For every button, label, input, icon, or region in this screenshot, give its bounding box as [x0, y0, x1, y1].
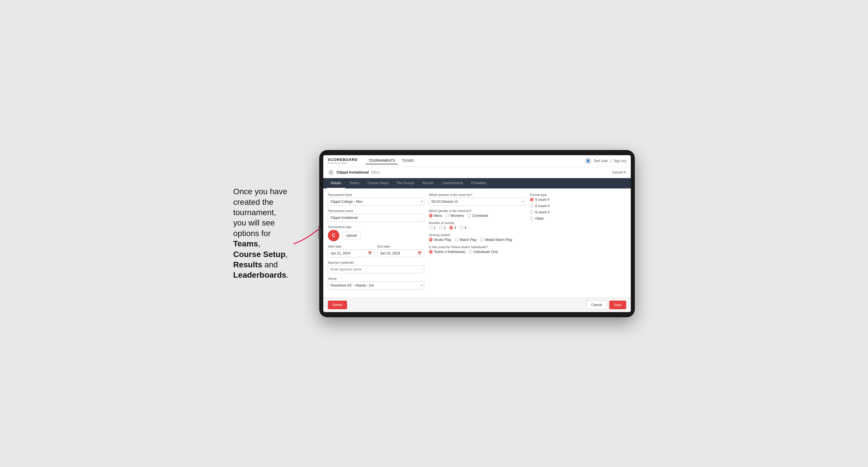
upload-button[interactable]: Upload	[342, 232, 361, 239]
individuals-teams-radio[interactable]	[429, 250, 433, 254]
format-6count4-radio[interactable]	[530, 204, 533, 208]
gender-womens[interactable]: Womens	[445, 214, 464, 218]
sponsor-label: Sponsor (optional)	[328, 261, 424, 264]
venue-group: Venue Peachtree GC - Atlanta - GA	[328, 277, 424, 289]
individuals-teams-label: Teams (+Individuals)	[434, 250, 465, 254]
tournament-name-group: Tournament name Clippd Invitational	[328, 209, 424, 222]
scoring-medal[interactable]: Medal Match Play	[480, 238, 512, 242]
cancel-button[interactable]: Cancel	[586, 301, 607, 309]
gender-womens-radio[interactable]	[445, 214, 449, 217]
individuals-only-radio[interactable]	[469, 250, 472, 254]
app-logo: SCOREBOARD	[328, 157, 358, 162]
tab-leaderboards[interactable]: Leaderboards	[438, 178, 467, 188]
date-row: Start date Jan 21, 2024 📅 End date Jan 2…	[328, 245, 424, 257]
division-label: Which division is the event for?	[429, 193, 525, 196]
scoring-match[interactable]: Match Play	[455, 238, 476, 242]
venue-input[interactable]: Peachtree GC - Atlanta - GA	[328, 281, 424, 289]
gender-group: Which gender is the event for? Mens Wome…	[429, 209, 525, 218]
tournament-host-input[interactable]: Clippd College - Men	[328, 198, 424, 206]
gender-combined[interactable]: Combined	[467, 214, 488, 218]
form-col-1: Tournament Host Clippd College - Men Tou…	[328, 193, 424, 293]
bold-course-setup: Course Setup	[233, 250, 285, 259]
tournament-icon: C	[328, 169, 334, 176]
gender-mens[interactable]: Mens	[429, 214, 442, 218]
format-6count4-label: 6 count 4	[535, 204, 549, 208]
format-6count5-label: 6 count 5	[535, 210, 549, 214]
scoring-stroke-label: Stroke Play	[434, 238, 451, 242]
rounds-3[interactable]: 3	[449, 226, 456, 230]
format-other-label: Other	[535, 217, 544, 221]
tournament-host-label: Tournament Host	[328, 193, 424, 196]
scoring-match-label: Match Play	[460, 238, 476, 242]
format-5count4[interactable]: 5 count 4	[530, 198, 626, 201]
cancel-x-icon: ✕	[623, 170, 626, 175]
gender-combined-radio[interactable]	[467, 214, 471, 217]
tournament-name-input[interactable]: Clippd Invitational	[328, 214, 424, 222]
start-date-input[interactable]: Jan 21, 2024 📅	[328, 249, 375, 257]
individuals-teams[interactable]: Teams (+Individuals)	[429, 250, 465, 254]
scoring-match-radio[interactable]	[455, 238, 458, 242]
venue-select[interactable]: Peachtree GC - Atlanta - GA	[328, 281, 424, 289]
tab-course-setup[interactable]: Course Setup	[364, 178, 393, 188]
sign-out-link[interactable]: Sign out	[614, 159, 626, 163]
form-area: Tournament Host Clippd College - Men Tou…	[323, 188, 631, 298]
scoring-medal-radio[interactable]	[480, 238, 484, 242]
division-input[interactable]: NCAA Division III	[429, 198, 525, 206]
tab-details[interactable]: Details	[327, 178, 345, 188]
format-6count5-radio[interactable]	[530, 210, 533, 214]
format-5count4-label: 5 count 4	[535, 198, 549, 201]
tab-printables[interactable]: Printables	[467, 178, 491, 188]
end-date-input[interactable]: Jan 23, 2024 📅	[377, 249, 424, 257]
rounds-2-label: 2	[444, 226, 446, 230]
user-label: Test User	[593, 159, 608, 163]
start-date-label: Start date	[328, 245, 375, 248]
individuals-only-label: Individuals Only	[473, 250, 498, 254]
format-5count4-radio[interactable]	[530, 198, 533, 201]
format-6count4[interactable]: 6 count 4	[530, 204, 626, 208]
format-other-radio[interactable]	[530, 217, 533, 220]
cancel-button-top[interactable]: Cancel ✕	[612, 170, 626, 175]
end-date-group: End date Jan 23, 2024 📅	[377, 245, 424, 257]
start-date-group: Start date Jan 21, 2024 📅	[328, 245, 375, 257]
tournament-host-select[interactable]: Clippd College - Men	[328, 198, 424, 206]
rounds-2-radio[interactable]	[439, 226, 443, 229]
tab-results[interactable]: Results	[418, 178, 438, 188]
rounds-4[interactable]: 4	[460, 226, 466, 230]
rounds-3-radio[interactable]	[449, 226, 453, 229]
scoring-stroke-radio[interactable]	[429, 238, 433, 242]
format-type-options: 5 count 4 6 count 4 6 count 5	[530, 198, 626, 221]
format-6count5[interactable]: 6 count 5	[530, 210, 626, 214]
rounds-1[interactable]: 1	[429, 226, 436, 230]
rounds-1-radio[interactable]	[429, 226, 433, 229]
top-nav: SCOREBOARD Powered by clippd TOURNAMENTS…	[323, 155, 631, 167]
calendar-icon: 📅	[368, 251, 372, 255]
individuals-only[interactable]: Individuals Only	[469, 250, 498, 254]
delete-button[interactable]: Delete	[328, 301, 347, 309]
tab-tee-groups[interactable]: Tee Groups	[393, 178, 418, 188]
individuals-radio-group: Teams (+Individuals) Individuals Only	[429, 250, 525, 254]
logo-subtitle: Powered by clippd	[328, 162, 358, 164]
sponsor-input[interactable]	[328, 266, 424, 273]
rounds-4-label: 4	[464, 226, 466, 230]
nav-separator: |	[611, 159, 611, 163]
main-nav: TOURNAMENTS TEAMS	[366, 157, 417, 164]
start-date-value: Jan 21, 2024	[331, 251, 350, 255]
tab-teams[interactable]: Teams	[345, 178, 364, 188]
tournament-name-label: Tournament name	[328, 209, 424, 213]
rounds-2[interactable]: 2	[439, 226, 446, 230]
nav-right: 👤 Test User | Sign out	[585, 158, 626, 164]
tab-bar: Details Teams Course Setup Tee Groups Re…	[323, 178, 631, 188]
sidebar-handle	[319, 228, 320, 239]
format-other[interactable]: Other	[530, 217, 626, 221]
rounds-label: Number of rounds	[429, 221, 525, 225]
rounds-4-radio[interactable]	[460, 226, 463, 229]
tablet-screen: SCOREBOARD Powered by clippd TOURNAMENTS…	[323, 155, 631, 312]
nav-teams[interactable]: TEAMS	[399, 157, 416, 164]
division-select[interactable]: NCAA Division III	[429, 198, 525, 206]
rounds-group: Number of rounds 1 2	[429, 221, 525, 230]
gender-mens-radio[interactable]	[429, 214, 433, 217]
scoring-stroke[interactable]: Stroke Play	[429, 238, 451, 242]
gender-combined-label: Combined	[472, 214, 488, 218]
save-button[interactable]: Save	[609, 301, 626, 309]
nav-tournaments[interactable]: TOURNAMENTS	[366, 157, 398, 164]
